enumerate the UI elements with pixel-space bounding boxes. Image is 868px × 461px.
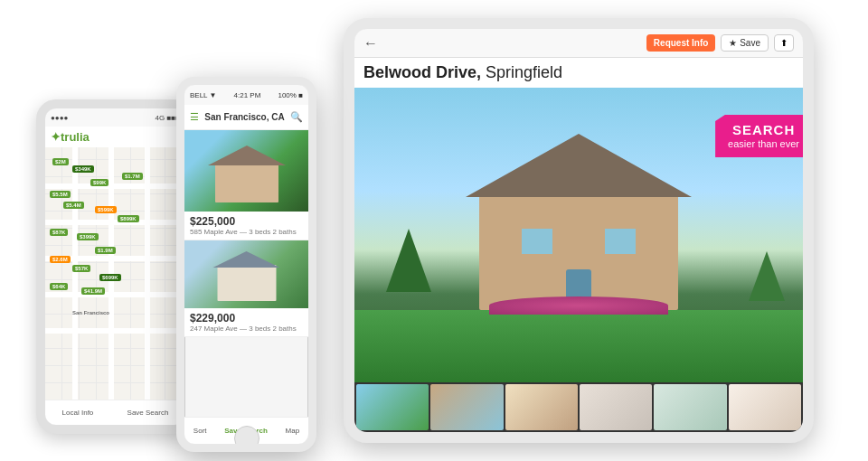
listing-address-2: 247 Maple Ave — 3 beds 2 baths xyxy=(190,325,303,333)
search-badge: SEARCH easier than ever xyxy=(715,115,803,157)
trulia-header: ✦trulia xyxy=(45,127,185,147)
save-button[interactable]: ★ Save xyxy=(721,34,769,52)
phone-small-device: BELL ▼ 4:21 PM 100% ■ ☰ San Francisco, C… xyxy=(176,77,316,452)
map-view-button[interactable]: Map xyxy=(286,427,300,435)
location-label: San Francisco, CA xyxy=(204,112,285,122)
listing-price-1: $225,000 xyxy=(190,215,303,228)
price-tag[interactable]: $2M xyxy=(52,158,69,165)
clock: 4:21 PM xyxy=(234,91,261,99)
bushes xyxy=(489,296,668,315)
price-tag[interactable]: $41.9M xyxy=(81,287,105,295)
listing-price-2: $229,000 xyxy=(190,312,303,325)
price-tag[interactable]: $1.9M xyxy=(95,247,116,254)
tablet-device: ← Request Info ★ Save ⬆ Belwood Drive, S… xyxy=(344,18,814,443)
thumbnail-4[interactable] xyxy=(580,384,652,430)
request-info-button[interactable]: Request Info xyxy=(646,34,716,52)
thumbnail-2[interactable] xyxy=(430,384,503,430)
listing-item-2[interactable]: $229,000 247 Maple Ave — 3 beds 2 baths xyxy=(184,240,308,337)
tablet-nav-buttons: Request Info ★ Save ⬆ xyxy=(646,34,794,52)
map-road xyxy=(45,328,185,334)
share-button[interactable]: ⬆ xyxy=(774,34,794,52)
price-tag[interactable]: $599K xyxy=(95,206,117,213)
map-city-label: San Francisco xyxy=(72,310,109,315)
signal-strength: ●●●● xyxy=(51,114,68,122)
property-title: Belwood Drive, Springfield xyxy=(363,63,794,82)
map-road xyxy=(45,220,185,225)
phone-small-status-bar: BELL ▼ 4:21 PM 100% ■ xyxy=(184,85,308,105)
phone-large-bottom-bar: Local Info Save Search xyxy=(45,400,185,425)
listing-2-house-thumbnail xyxy=(217,265,276,301)
menu-icon[interactable]: ☰ xyxy=(190,111,199,123)
listing-info-1: $225,000 585 Maple Ave — 3 beds 2 baths xyxy=(184,212,308,240)
battery-level: 100% ■ xyxy=(278,91,303,99)
back-arrow-icon[interactable]: ← xyxy=(363,35,378,52)
home-button[interactable] xyxy=(234,426,259,451)
price-tag[interactable]: $699K xyxy=(99,274,121,281)
trulia-logo: ✦trulia xyxy=(51,130,90,144)
local-info-button[interactable]: Local Info xyxy=(62,409,94,417)
map-road xyxy=(45,292,185,297)
listing-image-1 xyxy=(184,130,308,212)
price-tag[interactable]: $87K xyxy=(50,229,68,236)
house-window-right xyxy=(603,227,637,256)
price-tag[interactable]: $57K xyxy=(72,265,90,272)
lawn xyxy=(354,310,803,382)
tablet-property-image: SEARCH easier than ever xyxy=(354,88,803,382)
thumbnail-1[interactable] xyxy=(356,384,429,430)
tablet-thumbnail-strip xyxy=(354,382,803,432)
listing-image-2 xyxy=(184,240,308,308)
search-badge-title: SEARCH xyxy=(728,122,799,137)
sort-button[interactable]: Sort xyxy=(193,427,207,435)
search-icon[interactable]: 🔍 xyxy=(290,111,303,123)
map-road xyxy=(145,147,150,400)
search-badge-subtitle: easier than ever xyxy=(728,137,799,150)
thumbnail-5[interactable] xyxy=(654,384,726,430)
thumbnail-6[interactable] xyxy=(729,384,801,430)
listing-item-1[interactable]: $225,000 585 Maple Ave — 3 beds 2 baths xyxy=(184,130,308,240)
carrier-signal: BELL ▼ xyxy=(190,91,216,99)
house-window-left xyxy=(520,227,554,256)
listing-house-thumbnail xyxy=(215,162,278,202)
listing-address-1: 585 Maple Ave — 3 beds 2 baths xyxy=(190,228,303,236)
house-roof xyxy=(466,134,692,197)
phone-large-device: ●●●● 4G ■■■ ✦trulia $2M $349K $99K $1.7M… xyxy=(36,99,194,434)
map-road xyxy=(72,147,78,400)
price-tag[interactable]: $399K xyxy=(77,233,99,240)
tablet-title-bar: Belwood Drive, Springfield xyxy=(354,58,803,88)
phone-large-status-bar: ●●●● 4G ■■■ xyxy=(45,108,185,127)
main-scene: ← Request Info ★ Save ⬆ Belwood Drive, S… xyxy=(27,9,841,452)
phone-small-header: ☰ San Francisco, CA 🔍 xyxy=(184,105,308,130)
thumbnail-3[interactable] xyxy=(505,384,578,430)
map-view[interactable]: $2M $349K $99K $1.7M $5.5M $5.4M $599K $… xyxy=(45,147,185,400)
tablet-top-bar: ← Request Info ★ Save ⬆ xyxy=(354,29,803,58)
price-tag[interactable]: $5.4M xyxy=(63,202,84,209)
price-tag[interactable]: $1.7M xyxy=(122,173,143,180)
price-tag[interactable]: $5.5M xyxy=(50,191,71,198)
price-tag[interactable]: $2.6M xyxy=(50,256,71,263)
price-tag[interactable]: $349K xyxy=(72,165,94,173)
save-search-button[interactable]: Save Search xyxy=(127,409,169,417)
price-tag[interactable]: $899K xyxy=(118,215,139,222)
price-tag[interactable]: $99K xyxy=(90,179,108,186)
listing-info-2: $229,000 247 Maple Ave — 3 beds 2 baths xyxy=(184,308,308,337)
map-road xyxy=(45,183,185,189)
price-tag[interactable]: $64K xyxy=(50,283,68,290)
